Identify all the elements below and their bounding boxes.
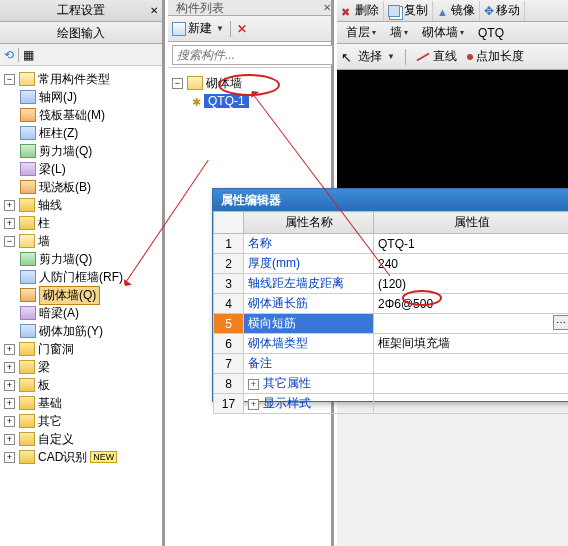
tree-node[interactable]: 框柱(Z) [39,125,78,142]
tree-node[interactable]: 其它 [38,413,62,430]
tree-node[interactable]: 人防门框墙(RF) [39,269,123,286]
prop-value[interactable]: 框架间填充墙 [374,334,569,354]
prop-name: 砌体通长筋 [244,294,374,314]
expander-icon[interactable]: + [4,218,15,229]
prop-name: 轴线距左墙皮距离 [244,274,374,294]
expander-icon[interactable]: − [4,74,15,85]
prop-value[interactable] [374,354,569,374]
item-icon [20,288,36,302]
dropdown-label: 首层 [346,24,370,41]
tree-node[interactable]: 筏板基础(M) [39,107,105,124]
tree-node[interactable]: 板 [38,377,50,394]
row-number: 1 [214,234,244,254]
tree-node[interactable]: 砌体墙 [206,75,242,92]
item-icon [20,162,36,176]
item-icon [20,90,36,104]
floor-dropdown[interactable]: 首层▾ [341,23,381,42]
mirror-button[interactable]: 镜像 [433,1,480,21]
instance-dropdown[interactable]: QTQ [473,25,509,41]
chevron-down-icon: ▾ [460,28,464,37]
copy-button[interactable]: 复制 [384,1,433,21]
prop-value-editing[interactable]: ⋯ [374,314,569,334]
prop-name-label: 显示样式 [263,396,311,410]
folder-icon [19,414,35,428]
prop-name: 名称 [244,234,374,254]
tool-label: 选择 [358,48,382,65]
prop-value[interactable]: 240 [374,254,569,274]
expander-icon[interactable]: + [4,398,15,409]
tree-node[interactable]: 轴网(J) [39,89,77,106]
button-label: 复制 [404,2,428,19]
tree-node[interactable]: 柱 [38,215,50,232]
prop-name-expandable[interactable]: +显示样式 [244,394,374,414]
expand-icon[interactable]: + [248,399,259,410]
property-editor-title: 属性编辑器 [213,189,568,211]
folder-icon [19,360,35,374]
right-top-toolbar: 删除 复制 镜像 ✥移动 [337,0,568,22]
tree-node[interactable]: 剪力墙(Q) [39,251,92,268]
item-icon [20,252,36,266]
tree-node[interactable]: 砌体加筋(Y) [39,323,103,340]
expander-icon[interactable]: + [4,200,15,211]
row-number: 8 [214,374,244,394]
category-dropdown[interactable]: 墙▾ [385,23,413,42]
tree-node[interactable]: 暗梁(A) [39,305,79,322]
expander-icon[interactable]: − [4,236,15,247]
row-number: 2 [214,254,244,274]
folder-icon [19,234,35,248]
close-icon[interactable] [150,3,158,17]
mid-tree[interactable]: −砌体墙 QTQ-1 [168,68,331,116]
component-tree[interactable]: −常用构件类型 轴网(J) 筏板基础(M) 框柱(Z) 剪力墙(Q) 梁(L) … [0,66,162,546]
tree-node[interactable]: 基础 [38,395,62,412]
expander-icon[interactable]: + [4,344,15,355]
expander-icon[interactable]: + [4,416,15,427]
prop-name-expandable[interactable]: +其它属性 [244,374,374,394]
new-button[interactable]: 新建▼ [172,20,224,37]
expander-icon[interactable]: + [4,362,15,373]
property-table[interactable]: 属性名称属性值 1名称QTQ-1 2厚度(mm)240 3轴线距左墙皮距离(12… [213,211,568,414]
prop-value[interactable]: QTQ-1 [374,234,569,254]
tree-node[interactable]: 门窗洞 [38,341,74,358]
delete-button[interactable]: 删除 [337,1,384,21]
type-dropdown[interactable]: 砌体墙▾ [417,23,469,42]
prop-value [374,394,569,414]
tree-node[interactable]: 自定义 [38,431,74,448]
tree-node[interactable]: 剪力墙(Q) [39,143,92,160]
tree-node[interactable]: 梁(L) [39,161,66,178]
line-tool[interactable]: 直线 [416,48,457,65]
prop-value[interactable]: (120) [374,274,569,294]
link-icon[interactable]: ⟲ [4,48,14,62]
tree-node[interactable]: CAD识别 [38,449,87,466]
tree-node-selected[interactable]: 砌体墙(Q) [39,286,100,305]
mid-toolbar: 新建▼ [168,16,331,42]
prop-name: 砌体墙类型 [244,334,374,354]
tree-node[interactable]: 轴线 [38,197,62,214]
cursor-icon [341,50,355,64]
drawing-canvas[interactable] [337,70,568,190]
tool-label: 直线 [433,48,457,65]
tree-node[interactable]: 墙 [38,233,50,250]
tree-node[interactable]: 梁 [38,359,50,376]
ellipsis-button[interactable]: ⋯ [553,315,568,330]
tool-icon[interactable]: ▦ [23,48,34,62]
close-icon[interactable] [323,0,331,14]
expand-icon[interactable]: + [248,379,259,390]
tree-node[interactable]: 常用构件类型 [38,71,110,88]
delete-icon [341,5,353,17]
item-icon [20,144,36,158]
expander-icon[interactable]: − [172,78,183,89]
move-button[interactable]: ✥移动 [480,1,525,21]
delete-icon[interactable] [237,22,251,36]
expander-icon[interactable]: + [4,434,15,445]
search-input[interactable] [172,45,333,65]
prop-name: 备注 [244,354,374,374]
select-tool[interactable]: 选择▼ [341,48,395,65]
selected-component[interactable]: QTQ-1 [204,94,249,108]
expander-icon[interactable]: + [4,380,15,391]
chevron-down-icon: ▾ [372,28,376,37]
tool-label: 点加长度 [476,48,524,65]
tree-node[interactable]: 现浇板(B) [39,179,91,196]
point-length-tool[interactable]: 点加长度 [467,48,524,65]
prop-value[interactable]: 2Φ6@500 [374,294,569,314]
expander-icon[interactable]: + [4,452,15,463]
